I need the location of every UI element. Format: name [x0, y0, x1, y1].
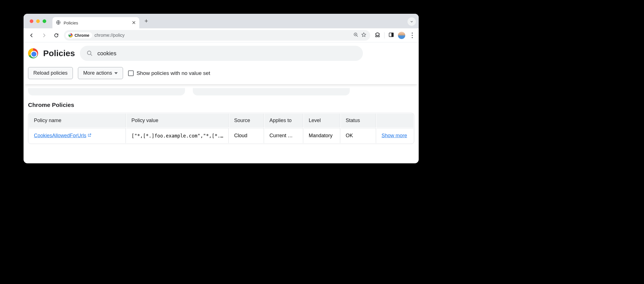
toolbar-actions [373, 32, 415, 39]
policy-applies-cell: Current … [265, 128, 303, 143]
chrome-logo [28, 48, 38, 58]
page-title: Policies [43, 49, 75, 58]
more-actions-button[interactable]: More actions [78, 67, 123, 79]
reload-policies-button[interactable]: Reload policies [28, 67, 73, 79]
th-status: Status [341, 114, 376, 127]
bookmark-icon[interactable] [361, 32, 366, 38]
svg-rect-5 [392, 33, 393, 36]
status-card [28, 88, 185, 95]
tab-title: Policies [64, 20, 129, 25]
th-applies: Applies to [265, 114, 303, 127]
th-source: Source [229, 114, 264, 127]
browser-tab[interactable]: Policies ✕ [52, 17, 139, 28]
section-title: Chrome Policies [28, 102, 414, 108]
window-minimize-button[interactable] [36, 19, 40, 23]
reload-policies-label: Reload policies [33, 70, 68, 76]
new-tab-button[interactable]: + [142, 16, 151, 26]
page-content: Policies Reload policies More actions Sh… [24, 42, 419, 144]
extensions-icon[interactable] [375, 32, 380, 39]
status-card [193, 88, 350, 95]
browser-window: Policies ✕ + Chrome chrome://policy [24, 14, 419, 163]
policy-source-cell: Cloud [229, 128, 264, 143]
policy-table: Policy name Policy value Source Applies … [28, 113, 414, 144]
policy-name-link[interactable]: CookiesAllowedForUrls [34, 133, 91, 139]
table-row: CookiesAllowedForUrls ["*,[*.]foo.exampl… [29, 128, 413, 143]
browser-menu-button[interactable] [409, 33, 415, 38]
profile-avatar[interactable] [398, 32, 405, 39]
forward-button[interactable] [39, 31, 49, 40]
svg-point-6 [87, 51, 91, 55]
tab-bar: Policies ✕ + [24, 14, 419, 28]
toolbar-separator [384, 32, 384, 38]
th-policy-name: Policy name [29, 114, 126, 127]
show-no-value-checkbox[interactable] [128, 70, 134, 76]
policy-name-text: CookiesAllowedForUrls [34, 133, 86, 139]
url-text: chrome://policy [94, 33, 351, 38]
back-button[interactable] [27, 31, 36, 40]
zoom-icon[interactable] [353, 32, 358, 38]
status-cards-row [28, 88, 414, 95]
policy-search-input[interactable] [97, 50, 356, 57]
th-actions [377, 114, 413, 127]
policy-status-cell: OK [341, 128, 376, 143]
site-chip-label: Chrome [75, 33, 89, 38]
policy-level-cell: Mandatory [304, 128, 340, 143]
globe-icon [56, 20, 61, 26]
external-link-icon [87, 133, 91, 139]
address-bar[interactable]: Chrome chrome://policy [64, 30, 370, 41]
chevron-down-icon [114, 72, 118, 75]
window-close-button[interactable] [30, 19, 33, 23]
reload-button[interactable] [52, 31, 61, 40]
policy-search-box[interactable] [80, 46, 363, 61]
th-level: Level [304, 114, 340, 127]
search-icon [87, 50, 93, 56]
tab-overflow-button[interactable] [407, 17, 416, 26]
show-no-value-toggle[interactable]: Show policies with no value set [128, 70, 210, 76]
site-chip[interactable]: Chrome [66, 32, 92, 38]
more-actions-label: More actions [83, 70, 112, 76]
tab-close-button[interactable]: ✕ [132, 20, 136, 26]
window-controls [24, 19, 52, 23]
table-header-row: Policy name Policy value Source Applies … [29, 114, 413, 127]
th-policy-value: Policy value [126, 114, 229, 127]
show-more-link[interactable]: Show more [382, 133, 407, 138]
show-no-value-label: Show policies with no value set [136, 70, 210, 76]
policy-value-cell: ["*,[*.]foo.example.com","*,[*.… [126, 128, 229, 143]
window-maximize-button[interactable] [43, 19, 46, 23]
side-panel-icon[interactable] [388, 32, 394, 39]
browser-toolbar: Chrome chrome://policy [24, 28, 419, 42]
